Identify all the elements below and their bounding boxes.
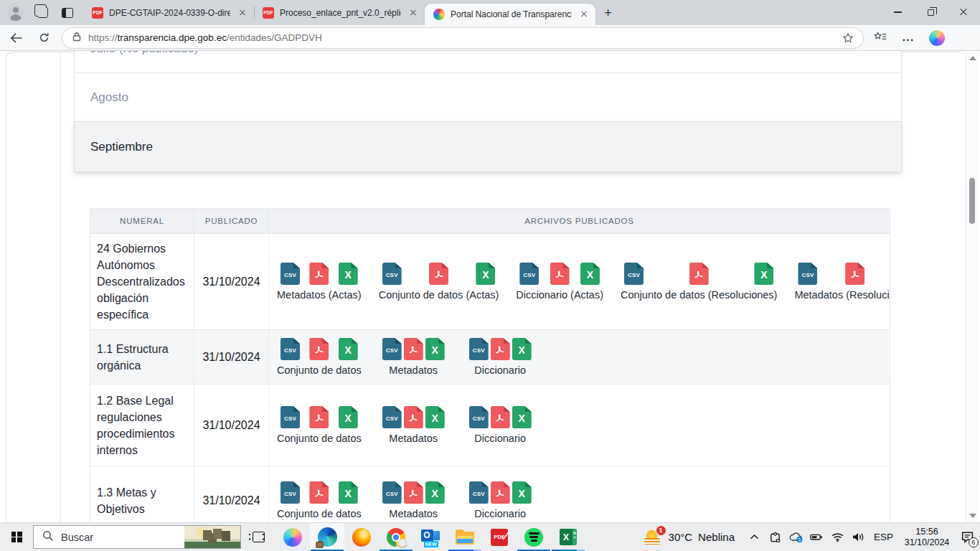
csv-file-icon[interactable]: CSV — [281, 338, 300, 360]
csv-file-icon[interactable]: CSV — [519, 263, 539, 285]
csv-file-icon[interactable]: CSV — [624, 263, 644, 285]
csv-file-icon[interactable]: CSV — [281, 406, 300, 428]
accordion-item-agosto[interactable]: Agosto — [74, 72, 902, 122]
tab-close-icon[interactable] — [236, 6, 248, 19]
chevron-up-icon[interactable] — [746, 527, 763, 547]
csv-file-icon[interactable]: CSV — [382, 263, 402, 285]
pdf-file-icon[interactable] — [491, 406, 510, 428]
xls-file-icon[interactable]: X — [425, 338, 445, 360]
cast-device-icon[interactable] — [767, 527, 784, 547]
pdf-file-icon[interactable] — [309, 263, 329, 285]
taskbar-weather[interactable]: 1 30°C Neblina — [644, 529, 746, 546]
file-group: CSVXMetadatos — [379, 338, 448, 376]
csv-file-icon[interactable]: CSV — [469, 481, 489, 504]
url-text[interactable]: https://transparencia.dpe.gob.ec/entidad… — [88, 32, 839, 43]
pdf-file-icon[interactable] — [689, 263, 709, 285]
taskbar-firefox[interactable] — [344, 523, 379, 551]
pdf-file-icon[interactable] — [491, 338, 510, 360]
xls-file-icon[interactable]: X — [512, 406, 532, 428]
csv-file-icon[interactable]: CSV — [281, 263, 300, 285]
taskbar-clock[interactable]: 15:56 31/10/2024 — [900, 527, 954, 547]
csv-file-icon[interactable]: CSV — [382, 481, 402, 504]
pdf-file-icon[interactable] — [309, 481, 329, 504]
profile-avatar[interactable] — [7, 4, 24, 21]
pdf-file-icon[interactable] — [404, 481, 423, 504]
taskbar-edge[interactable] — [310, 523, 344, 551]
volume-icon[interactable] — [850, 527, 867, 547]
search-highlight-image[interactable] — [184, 526, 240, 548]
file-group: CSVXConjunto de datos — [277, 338, 362, 376]
csv-file-icon[interactable]: CSV — [382, 406, 402, 428]
pdf-file-icon[interactable] — [429, 263, 448, 285]
onedrive-icon[interactable] — [788, 527, 805, 547]
scroll-up-arrow-icon[interactable] — [969, 56, 976, 60]
xls-file-icon[interactable]: X — [425, 406, 445, 428]
file-group: CSVXConjunto de datos — [277, 481, 362, 519]
pdf-file-icon[interactable] — [309, 406, 329, 428]
taskbar-search-input[interactable]: Buscar — [33, 525, 241, 549]
close-button[interactable] — [947, 0, 980, 24]
taskbar-task-view[interactable] — [241, 523, 275, 551]
browser-tab-1[interactable]: PDFDPE-CGTAIP-2024-0339-O-directri — [83, 0, 254, 25]
taskbar-file-explorer[interactable] — [448, 523, 482, 551]
ellipsis-menu-icon[interactable] — [903, 32, 913, 44]
xls-file-icon[interactable]: X — [754, 263, 773, 285]
publicado-date: 31/10/2024 — [202, 494, 260, 507]
browser-tab-3[interactable]: Portal Nacional de Transparencia — [425, 4, 595, 25]
xls-file-icon[interactable]: X — [339, 263, 358, 285]
xls-file-icon[interactable]: X — [425, 481, 445, 504]
address-bar[interactable]: https://transparencia.dpe.gob.ec/entidad… — [62, 27, 864, 49]
file-group-label: Conjunto de datos — [277, 508, 362, 519]
wifi-icon[interactable] — [829, 527, 847, 547]
xls-file-icon[interactable]: X — [512, 481, 532, 504]
back-icon[interactable] — [4, 27, 28, 49]
copilot-icon[interactable] — [929, 30, 945, 46]
accordion-item-julio[interactable]: Julio (No publicado) — [74, 51, 902, 73]
scroll-down-arrow-icon[interactable] — [969, 514, 976, 518]
favorites-list-icon[interactable] — [874, 31, 887, 45]
tab-close-icon[interactable] — [578, 9, 590, 21]
xls-file-icon[interactable]: X — [512, 338, 532, 360]
minimize-button[interactable] — [881, 0, 914, 24]
restore-button[interactable] — [914, 0, 947, 24]
taskbar-chrome[interactable] — [379, 523, 413, 551]
workspaces-icon[interactable] — [37, 7, 48, 18]
file-group-icons: CSVX — [379, 338, 448, 360]
action-center-button[interactable]: 6 — [954, 523, 980, 551]
taskbar-copilot[interactable] — [275, 523, 310, 551]
pdf-file-icon[interactable] — [845, 263, 864, 285]
refresh-icon[interactable] — [32, 27, 56, 49]
page-scrollbar[interactable] — [966, 52, 978, 522]
csv-file-icon[interactable]: CSV — [469, 406, 489, 428]
pdf-file-icon[interactable] — [491, 481, 510, 504]
xls-file-icon[interactable]: X — [339, 481, 358, 504]
taskbar: Buscar ONEWPDFX 1 30°C Neblina ESP 15:56… — [0, 522, 980, 551]
taskbar-apps: ONEWPDFX — [241, 523, 585, 551]
csv-file-icon[interactable]: CSV — [798, 263, 817, 285]
pdf-file-icon[interactable] — [550, 263, 570, 285]
new-tab-button[interactable]: + — [604, 6, 612, 19]
favorite-star-icon[interactable] — [839, 29, 857, 47]
pdf-file-icon[interactable] — [404, 406, 423, 428]
taskbar-outlook[interactable]: ONEW — [413, 523, 448, 551]
xls-file-icon[interactable]: X — [339, 406, 358, 428]
csv-file-icon[interactable]: CSV — [469, 338, 489, 360]
xls-file-icon[interactable]: X — [476, 263, 495, 285]
accordion-item-septiembre[interactable]: Septiembre — [74, 121, 902, 172]
xls-file-icon[interactable]: X — [580, 263, 600, 285]
taskbar-spotify[interactable] — [517, 523, 551, 551]
battery-icon[interactable] — [809, 527, 826, 547]
start-button[interactable] — [0, 523, 33, 551]
tab-actions-icon[interactable] — [62, 8, 73, 18]
csv-file-icon[interactable]: CSV — [382, 338, 402, 360]
browser-tab-2[interactable]: PDFProceso_enlace_pnt_v2.0_réplica_ — [254, 0, 425, 25]
csv-file-icon[interactable]: CSV — [281, 481, 300, 504]
pdf-file-icon[interactable] — [404, 338, 423, 360]
tab-close-icon[interactable] — [407, 6, 419, 19]
language-indicator[interactable]: ESP — [867, 532, 900, 542]
taskbar-pdf-editor[interactable]: PDF — [482, 523, 517, 551]
taskbar-excel[interactable]: X — [551, 523, 585, 551]
xls-file-icon[interactable]: X — [339, 338, 358, 360]
scrollbar-thumb[interactable] — [969, 178, 975, 224]
pdf-file-icon[interactable] — [309, 338, 329, 360]
